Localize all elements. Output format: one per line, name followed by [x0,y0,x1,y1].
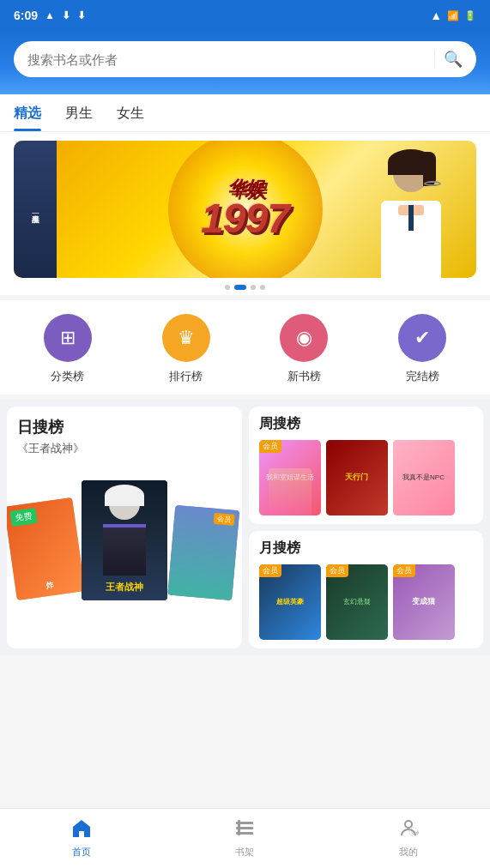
nav-mine-label: 我的 [399,846,418,859]
search-bar[interactable]: 🔍 [14,41,476,77]
book-back-right: 会员 [167,505,239,600]
monthly-books: 会员 超级英豪 会员 玄幻悬疑 会员 变成猫 [259,564,474,640]
weekly-book-2[interactable]: 会员 天行门 [326,440,388,515]
nav-mine[interactable]: 安卓 我的 [381,811,436,865]
daily-chart[interactable]: 日搜榜 《王者战神》 炸 免费 会员 [7,407,242,648]
monthly-book-1-text: 超级英豪 [275,596,305,608]
dot-4 [260,285,265,290]
fenlei-icon: ⊞ [44,314,92,362]
weekly-book-3[interactable]: 会员 我真不是NPC [393,440,455,515]
banner-left-book: 胖一点没事品 [14,141,57,278]
cat-fenlei[interactable]: ⊞ 分类榜 [44,314,92,384]
wanjie-icon: ✔ [398,314,446,362]
monthly-book-2-text: 玄幻悬疑 [342,596,372,608]
time-display: 6:09 [14,9,38,22]
categories: ⊞ 分类榜 ♛ 排行榜 ◉ 新书榜 ✔ 完结榜 [0,300,490,395]
character-glasses [424,181,441,186]
nav-home[interactable]: 首页 [54,811,109,865]
header: 🔍 [0,31,490,94]
banner-container: 胖一点没事品 华娱 1997 [0,132,490,295]
book-front: 王者战神 [82,480,167,600]
xinshu-icon: ◉ [280,314,328,362]
monthly-book-3-text: 变成猫 [410,595,437,609]
xinshu-label: 新书榜 [287,369,321,384]
monthly-chart-title: 月搜榜 [259,539,474,558]
book-back-left: 炸 免费 [7,497,85,600]
daily-chart-title: 日搜榜 [17,417,232,437]
paihang-icon: ♛ [162,314,210,362]
signal-icon: 📶 [447,10,459,21]
weekly-chart-title: 周搜榜 [259,415,474,433]
search-icon[interactable]: 🔍 [434,50,463,69]
download2-icon: ⬇ [77,9,86,21]
banner-title-main: 华娱 1997 [201,179,289,239]
svg-point-4 [405,821,412,828]
dot-3 [251,285,256,290]
status-bar-left: 6:09 ▲ ⬇ ⬇ [14,9,86,22]
monthly-book-3[interactable]: 会员 变成猫 [393,564,455,640]
cat-paihang[interactable]: ♛ 排行榜 [162,314,210,384]
weekly-books: 会员 我和室姐谋生活 会员 天行门 会员 我真不是NPC [259,440,474,515]
main-content: 日搜榜 《王者战神》 炸 免费 会员 [0,400,490,655]
banner-title: 华娱 1997 [201,179,289,239]
mine-icon: 安卓 [398,818,419,842]
weekly-book-3-text: 我真不是NPC [401,472,446,484]
notification-icon: ▲ [45,9,55,21]
dot-1 [225,285,230,290]
tabs-bar: 精选 男生 女生 [0,94,490,132]
front-book-title: 王者战神 [106,581,143,594]
weekly-book-2-text: 天行门 [343,471,370,485]
book-stack: 炸 免费 会员 [17,463,232,600]
svg-text:安卓: 安卓 [411,830,419,835]
banner-dots [0,278,490,295]
nav-shelf[interactable]: 书架 [217,811,272,865]
banner-character [351,145,463,278]
nav-shelf-label: 书架 [235,846,254,859]
weekly-monthly: 周搜榜 会员 我和室姐谋生活 会员 天行门 [249,407,484,648]
weekly-chart: 周搜榜 会员 我和室姐谋生活 会员 天行门 [249,407,484,524]
home-icon [71,818,92,842]
fenlei-label: 分类榜 [51,369,84,384]
cat-xinshu[interactable]: ◉ 新书榜 [280,314,328,384]
bottom-nav: 首页 书架 安卓 我的 [0,808,490,868]
battery-icon: 🔋 [464,10,476,21]
weekly-book-1[interactable]: 会员 我和室姐谋生活 [259,440,321,515]
tab-nansheng[interactable]: 男生 [65,94,93,131]
status-bar: 6:09 ▲ ⬇ ⬇ ▲ 📶 🔋 [0,0,490,31]
download-icon: ⬇ [62,9,70,21]
banner[interactable]: 胖一点没事品 华娱 1997 [14,141,476,278]
nav-home-label: 首页 [72,846,91,859]
shelf-icon [234,818,255,842]
cat-wanjie[interactable]: ✔ 完结榜 [398,314,446,384]
svg-rect-3 [238,820,240,835]
monthly-book-2[interactable]: 会员 玄幻悬疑 [326,564,388,640]
dot-2 [234,285,246,290]
daily-top-book: 《王者战神》 [17,441,232,456]
paihang-label: 排行榜 [169,369,203,384]
wanjie-label: 完结榜 [406,369,439,384]
search-input[interactable] [27,52,427,67]
wifi-icon: ▲ [430,9,442,22]
monthly-book-1[interactable]: 会员 超级英豪 [259,564,321,640]
status-bar-right: ▲ 📶 🔋 [430,9,476,22]
monthly-chart: 月搜榜 会员 超级英豪 会员 玄幻悬疑 会员 [249,531,484,648]
tab-nvsheng[interactable]: 女生 [117,94,144,131]
tab-jingxuan[interactable]: 精选 [14,94,41,131]
